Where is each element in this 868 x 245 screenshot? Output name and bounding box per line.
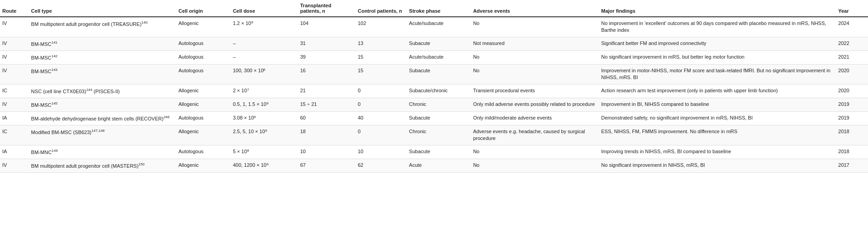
cell-control: 0	[355, 98, 407, 111]
cell-cellorigin: Allogenic	[176, 159, 231, 172]
header-major: Major findings	[599, 0, 836, 17]
header-celldose: Cell dose	[231, 0, 298, 17]
header-year: Year	[836, 0, 868, 17]
cell-celltype: BM-MSC145	[29, 98, 176, 111]
cell-celldose: 3.08 × 10⁶	[231, 111, 298, 125]
cell-year: 2017	[836, 159, 868, 172]
cell-major: ESS, NIHSS, FM, FMMS improvement. No dif…	[599, 125, 836, 145]
cell-major: No improvement in 'excellent' outcomes a…	[599, 17, 836, 37]
cell-transplanted: 39	[298, 50, 356, 64]
table-row: ICNSC (cell line CTX0E03)144 (PISCES-II)…	[0, 84, 868, 98]
header-route: Route	[0, 0, 29, 17]
cell-major: Improvement in motor-NIHSS, motor FM sco…	[599, 64, 836, 84]
cell-stroke: Chronic	[407, 98, 471, 111]
cell-stroke: Subacute/chronic	[407, 84, 471, 98]
cell-cellorigin: Allogenic	[176, 17, 231, 37]
table-row: ICModified BM-MSC (SB623)147,148Allogeni…	[0, 125, 868, 145]
cell-celltype: BM-MNC149	[29, 145, 176, 159]
header-celltype: Cell type	[29, 0, 176, 17]
cell-route: IA	[0, 111, 29, 125]
cell-stroke: Acute/subacute	[407, 17, 471, 37]
cell-celldose: –	[231, 50, 298, 64]
cell-stroke: Subacute	[407, 145, 471, 159]
cell-route: IV	[0, 50, 29, 64]
cell-celltype: BM-MSC143	[29, 64, 176, 84]
cell-route: IV	[0, 64, 29, 84]
cell-celldose: 2.5, 5, 10 × 10⁶	[231, 125, 298, 145]
cell-transplanted: 15 ÷ 21	[298, 98, 356, 111]
cell-stroke: Subacute	[407, 111, 471, 125]
cell-cellorigin: Autologous	[176, 37, 231, 50]
cell-celltype: BM-MSC142	[29, 50, 176, 64]
data-table: Route Cell type Cell origin Cell dose Tr…	[0, 0, 868, 173]
table-row: IVBM-MSC141Autologous–3113SubacuteNot me…	[0, 37, 868, 50]
cell-year: 2022	[836, 37, 868, 50]
cell-celltype: BM multipotent adult progenitor cell (MA…	[29, 159, 176, 172]
cell-year: 2018	[836, 145, 868, 159]
cell-control: 15	[355, 50, 407, 64]
cell-adverse: No	[471, 64, 599, 84]
cell-route: IV	[0, 37, 29, 50]
header-transplanted: Transplanted patients, n	[298, 0, 356, 17]
cell-celldose: 5 × 10⁸	[231, 145, 298, 159]
cell-celldose: 100, 300 × 10⁶	[231, 64, 298, 84]
cell-route: IV	[0, 98, 29, 111]
table-row: IABM-MNC149Autologous5 × 10⁸1010Subacute…	[0, 145, 868, 159]
table-row: IVBM multipotent adult progenitor cell (…	[0, 159, 868, 172]
cell-control: 40	[355, 111, 407, 125]
cell-stroke: Acute/subacute	[407, 50, 471, 64]
cell-major: Improvement in BI, NIHSS compared to bas…	[599, 98, 836, 111]
header-adverse: Adverse events	[471, 0, 599, 17]
cell-year: 2019	[836, 98, 868, 111]
cell-transplanted: 67	[298, 159, 356, 172]
cell-cellorigin: Allogenic	[176, 125, 231, 145]
cell-celldose: 2 × 10⁷	[231, 84, 298, 98]
cell-cellorigin: Allogenic	[176, 84, 231, 98]
cell-adverse: No	[471, 159, 599, 172]
cell-adverse: Transient procedural events	[471, 84, 599, 98]
cell-major: No significant improvement in NIHSS, mRS…	[599, 159, 836, 172]
cell-year: 2021	[836, 50, 868, 64]
cell-route: IV	[0, 17, 29, 37]
cell-transplanted: 10	[298, 145, 356, 159]
cell-year: 2024	[836, 17, 868, 37]
cell-year: 2020	[836, 84, 868, 98]
cell-cellorigin: Autologous	[176, 145, 231, 159]
cell-major: Demonstrated safety, no significant impr…	[599, 111, 836, 125]
cell-transplanted: 31	[298, 37, 356, 50]
cell-cellorigin: Autologous	[176, 50, 231, 64]
cell-cellorigin: Autologous	[176, 64, 231, 84]
cell-transplanted: 21	[298, 84, 356, 98]
cell-control: 62	[355, 159, 407, 172]
cell-transplanted: 18	[298, 125, 356, 145]
cell-transplanted: 104	[298, 17, 356, 37]
cell-adverse: No	[471, 50, 599, 64]
cell-major: Improving trends in NIHSS, mRS, BI compa…	[599, 145, 836, 159]
cell-route: IC	[0, 125, 29, 145]
cell-route: IC	[0, 84, 29, 98]
cell-year: 2018	[836, 125, 868, 145]
cell-adverse: No	[471, 17, 599, 37]
table-row: IABM-aldehyde dehydrogenase bright stem …	[0, 111, 868, 125]
cell-adverse: No	[471, 145, 599, 159]
cell-transplanted: 60	[298, 111, 356, 125]
cell-year: 2020	[836, 64, 868, 84]
cell-control: 13	[355, 37, 407, 50]
cell-celldose: 400, 1200 × 10⁶	[231, 159, 298, 172]
cell-major: Action research arm test improvement (on…	[599, 84, 836, 98]
cell-celltype: Modified BM-MSC (SB623)147,148	[29, 125, 176, 145]
cell-route: IV	[0, 159, 29, 172]
cell-adverse: Only mild adverse events possibly relate…	[471, 98, 599, 111]
cell-transplanted: 16	[298, 64, 356, 84]
header-control: Control patients, n	[355, 0, 407, 17]
cell-celldose: –	[231, 37, 298, 50]
cell-route: IA	[0, 145, 29, 159]
cell-celltype: BM multipotent adult progenitor cell (TR…	[29, 17, 176, 37]
cell-cellorigin: Autologous	[176, 111, 231, 125]
cell-cellorigin: Allogenic	[176, 98, 231, 111]
cell-major: Significant better FM and improved conne…	[599, 37, 836, 50]
cell-stroke: Subacute	[407, 37, 471, 50]
cell-control: 102	[355, 17, 407, 37]
table-row: IVBM multipotent adult progenitor cell (…	[0, 17, 868, 37]
cell-celltype: NSC (cell line CTX0E03)144 (PISCES-II)	[29, 84, 176, 98]
